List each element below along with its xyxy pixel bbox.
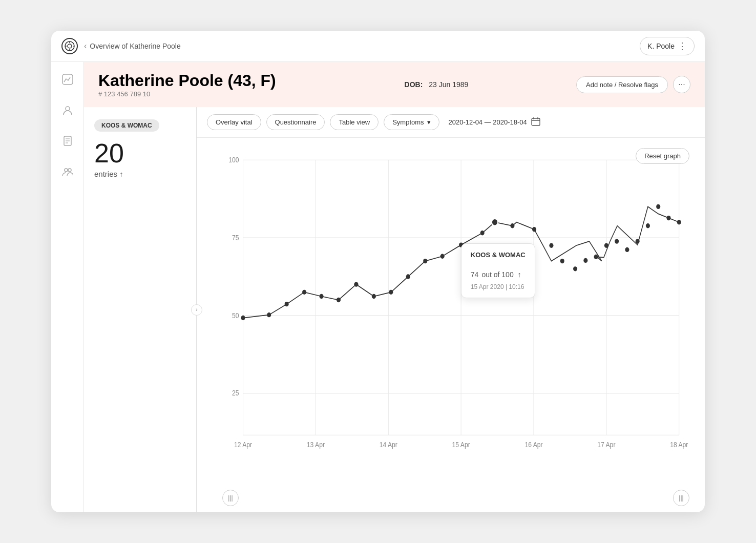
svg-point-42 (267, 312, 271, 317)
svg-point-7 (66, 107, 70, 111)
svg-point-54 (480, 231, 485, 235)
koos-count: 20 (94, 140, 186, 166)
user-menu-icon: ⋮ (678, 40, 687, 52)
app-container: ‹ Overview of Katherine Poole K. Poole ⋮ (51, 31, 705, 512)
svg-point-62 (594, 255, 598, 259)
svg-point-50 (406, 274, 410, 279)
sidebar-item-person[interactable] (58, 101, 77, 119)
svg-point-53 (459, 242, 463, 247)
chart-area: KOOS & WOMAC 20 entries ↑ › Overlay vita… (84, 107, 705, 512)
dob-label: DOB: (405, 80, 423, 89)
svg-point-71 (492, 219, 498, 226)
user-badge[interactable]: K. Poole ⋮ (640, 37, 695, 55)
sidebar-item-chart[interactable] (58, 70, 77, 89)
koos-chevron-icon[interactable]: › (191, 304, 202, 316)
patient-dob: DOB: 23 Jun 1989 (405, 80, 469, 89)
date-range-text: 2020-12-04 — 2020-18-04 (449, 118, 527, 126)
svg-point-48 (372, 294, 376, 299)
nav-back-label: Overview of Katherine Poole (90, 42, 180, 50)
svg-point-60 (573, 266, 577, 271)
more-icon: ··· (678, 80, 685, 89)
svg-point-66 (636, 239, 640, 243)
svg-point-59 (560, 259, 564, 263)
patient-name: Katherine Poole (43, F) (98, 71, 276, 90)
main-content: Katherine Poole (43, F) # 123 456 789 10… (51, 62, 705, 512)
sidebar-item-document[interactable] (58, 132, 77, 150)
svg-point-57 (532, 227, 536, 232)
scroll-handle-right[interactable]: ||| (673, 490, 689, 506)
sidebar (51, 62, 84, 512)
svg-text:13 Apr: 13 Apr (307, 441, 325, 449)
symptoms-chevron-icon: ▾ (427, 118, 431, 126)
top-nav-left: ‹ Overview of Katherine Poole (61, 38, 181, 54)
right-panel: Katherine Poole (43, F) # 123 456 789 10… (84, 62, 705, 512)
svg-point-45 (319, 294, 323, 299)
svg-text:18 Apr: 18 Apr (670, 441, 688, 449)
date-range: 2020-12-04 — 2020-18-04 (449, 117, 540, 128)
questionnaire-button[interactable]: Questionnaire (266, 114, 325, 130)
koos-entries-label: entries ↑ (94, 170, 123, 178)
patient-actions: Add note / Resolve flags ··· (576, 76, 690, 93)
symptoms-label: Symptoms (392, 118, 424, 126)
chart-main: Overlay vital Questionnaire Table view S… (197, 107, 705, 512)
svg-text:16 Apr: 16 Apr (524, 441, 543, 449)
svg-point-41 (241, 316, 245, 320)
svg-point-56 (510, 223, 514, 228)
sidebar-item-team[interactable] (58, 162, 77, 181)
svg-point-12 (65, 169, 68, 172)
patient-more-button[interactable]: ··· (673, 76, 690, 93)
koos-entries: entries ↑ (94, 170, 186, 178)
svg-point-65 (625, 247, 629, 252)
svg-rect-6 (62, 74, 73, 85)
svg-point-49 (389, 290, 393, 295)
chart-svg: 100 75 50 25 12 Apr 13 Apr 14 Apr 15 Apr… (222, 148, 689, 459)
svg-text:100: 100 (228, 156, 239, 164)
table-view-button[interactable]: Table view (330, 114, 379, 130)
svg-rect-14 (532, 118, 540, 126)
chart-wrapper: Reset graph (197, 138, 705, 490)
scroll-handle-left[interactable]: ||| (222, 490, 239, 506)
scroll-handle-right-icon: ||| (679, 494, 683, 502)
svg-text:12 Apr: 12 Apr (234, 441, 253, 449)
back-arrow-icon: ‹ (84, 41, 87, 51)
svg-text:14 Apr: 14 Apr (380, 441, 398, 449)
svg-point-70 (677, 220, 681, 224)
overlay-vital-button[interactable]: Overlay vital (207, 114, 261, 130)
svg-point-43 (285, 302, 289, 306)
svg-text:17 Apr: 17 Apr (597, 441, 616, 449)
svg-point-64 (615, 239, 619, 243)
svg-point-67 (646, 223, 650, 228)
svg-point-1 (68, 44, 72, 48)
svg-point-69 (666, 216, 670, 220)
svg-point-51 (423, 259, 427, 263)
svg-point-52 (440, 254, 445, 259)
svg-point-44 (302, 290, 306, 295)
svg-point-68 (656, 204, 660, 209)
svg-point-47 (354, 282, 358, 286)
svg-text:25: 25 (232, 389, 239, 397)
symptoms-button[interactable]: Symptoms ▾ (384, 114, 439, 130)
reset-graph-button[interactable]: Reset graph (636, 148, 689, 164)
svg-point-63 (604, 243, 608, 248)
scroll-handles: ||| ||| (197, 490, 705, 512)
scroll-handle-left-icon: ||| (228, 494, 233, 502)
patient-id: # 123 456 789 10 (98, 90, 276, 98)
svg-text:75: 75 (232, 234, 239, 242)
koos-panel: KOOS & WOMAC 20 entries ↑ › (84, 107, 197, 512)
patient-dob-area: DOB: 23 Jun 1989 (384, 80, 469, 89)
calendar-icon[interactable] (531, 117, 540, 128)
user-badge-label: K. Poole (647, 42, 675, 50)
nav-back[interactable]: ‹ Overview of Katherine Poole (84, 41, 181, 51)
app-logo (61, 38, 78, 54)
svg-point-46 (337, 298, 341, 302)
svg-point-61 (583, 258, 587, 263)
add-note-button[interactable]: Add note / Resolve flags (576, 76, 668, 93)
koos-label: KOOS & WOMAC (94, 119, 159, 132)
top-nav: ‹ Overview of Katherine Poole K. Poole ⋮ (51, 31, 705, 62)
top-nav-right: K. Poole ⋮ (640, 37, 695, 55)
svg-text:15 Apr: 15 Apr (452, 441, 471, 449)
chart-controls: Overlay vital Questionnaire Table view S… (197, 107, 705, 138)
dob-value: 23 Jun 1989 (429, 80, 468, 89)
svg-text:50: 50 (232, 311, 239, 320)
svg-point-13 (68, 169, 71, 172)
